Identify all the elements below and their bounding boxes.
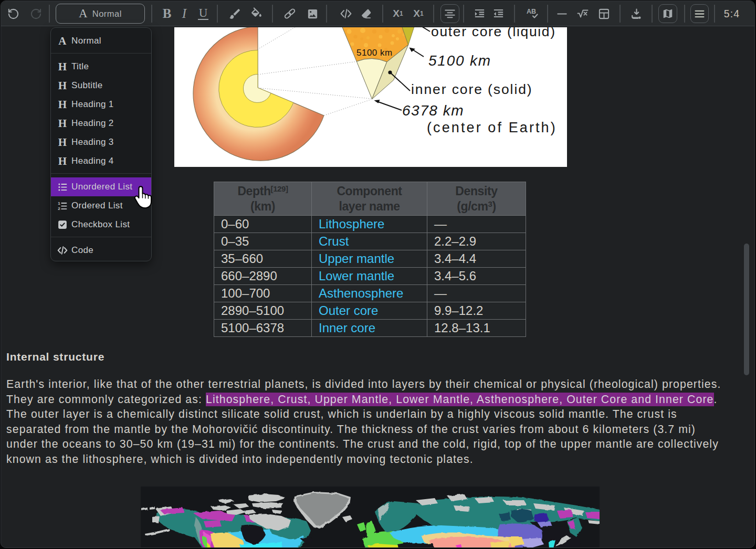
svg-text:outer core (liquid): outer core (liquid) [431, 27, 556, 39]
svg-text:5100 km: 5100 km [356, 48, 393, 58]
svg-text:1: 1 [58, 201, 60, 206]
svg-text:(center of Earth): (center of Earth) [427, 120, 557, 135]
svg-text:inner core (solid): inner core (solid) [411, 81, 533, 97]
svg-text:6378 km: 6378 km [402, 102, 464, 119]
svg-text:2: 2 [58, 206, 60, 210]
svg-text:AB: AB [527, 8, 536, 15]
svg-text:5100 km: 5100 km [428, 52, 491, 69]
